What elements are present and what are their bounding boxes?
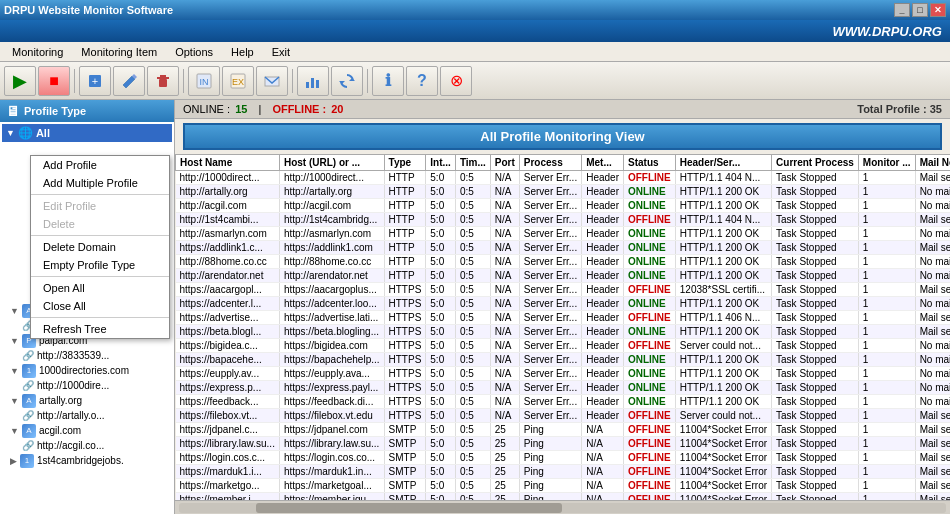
edit-button[interactable]: [113, 66, 145, 96]
table-cell: 5:0: [426, 367, 456, 381]
table-row[interactable]: https://login.cos.c...https://login.cos.…: [176, 451, 951, 465]
tree-node-artally-url[interactable]: 🔗 http://artally.o...: [2, 409, 172, 422]
info-button[interactable]: ℹ: [372, 66, 404, 96]
maximize-button[interactable]: □: [912, 3, 928, 17]
add-button[interactable]: +: [79, 66, 111, 96]
table-cell: HTTP: [384, 213, 426, 227]
table-cell: ONLINE: [623, 395, 675, 409]
table-row[interactable]: http://artally.orghttp://artally.orgHTTP…: [176, 185, 951, 199]
table-row[interactable]: https://library.law.su...https://library…: [176, 437, 951, 451]
ctx-delete: Delete: [31, 215, 169, 233]
tree-node-1st4cambridge[interactable]: ▶ 1 1st4cambridgejobs.: [2, 452, 172, 469]
table-row[interactable]: http://88home.co.cchttp://88home.co.ccHT…: [176, 255, 951, 269]
table-cell: 1: [858, 339, 915, 353]
tree-node-all[interactable]: ▼ 🌐 All: [2, 124, 172, 142]
table-row[interactable]: http://1000direct...http://1000direct...…: [176, 171, 951, 185]
table-row[interactable]: http://asmarlyn.comhttp://asmarlyn.comHT…: [176, 227, 951, 241]
chart-button[interactable]: [297, 66, 329, 96]
menu-options[interactable]: Options: [167, 44, 221, 60]
table-row[interactable]: https://feedback...https://feedback.di..…: [176, 395, 951, 409]
help-button[interactable]: ?: [406, 66, 438, 96]
tree-node-1000dir[interactable]: ▼ 1 1000directories.com: [2, 362, 172, 379]
ctx-delete-domain[interactable]: Delete Domain: [31, 238, 169, 256]
ctx-refresh-tree[interactable]: Refresh Tree: [31, 320, 169, 338]
col-current-process[interactable]: Current Process: [772, 155, 859, 171]
menu-help[interactable]: Help: [223, 44, 262, 60]
table-cell: Task Stopped: [772, 269, 859, 283]
table-row[interactable]: https://adcenter.l...https://adcenter.lo…: [176, 297, 951, 311]
ctx-add-profile[interactable]: Add Profile: [31, 156, 169, 174]
ctx-empty-profile-type[interactable]: Empty Profile Type: [31, 256, 169, 274]
export-button[interactable]: EX: [222, 66, 254, 96]
table-cell: 25: [490, 451, 519, 465]
table-row[interactable]: https://advertise...https://advertise.la…: [176, 311, 951, 325]
table-cell: Header: [582, 395, 624, 409]
table-cell: Mail sent successfully: [915, 325, 950, 339]
col-interval[interactable]: Int...: [426, 155, 456, 171]
table-cell: 5:0: [426, 269, 456, 283]
table-cell: SMTP: [384, 493, 426, 501]
menu-monitoring[interactable]: Monitoring: [4, 44, 71, 60]
refresh-button[interactable]: [331, 66, 363, 96]
table-row[interactable]: https://filebox.vt...https://filebox.vt.…: [176, 409, 951, 423]
table-cell: Server could not...: [675, 409, 771, 423]
table-row[interactable]: https://member.i...https://member.igu...…: [176, 493, 951, 501]
tree-node-artally[interactable]: ▼ A artally.org: [2, 392, 172, 409]
ctx-close-all[interactable]: Close All: [31, 297, 169, 315]
table-cell: 0:5: [455, 381, 490, 395]
table-row[interactable]: https://marduk1.i...https://marduk1.in..…: [176, 465, 951, 479]
table-row[interactable]: https://marketgo...https://marketgoal...…: [176, 479, 951, 493]
table-row[interactable]: https://bigidea.c...https://bigidea.comH…: [176, 339, 951, 353]
table-cell: Header: [582, 367, 624, 381]
play-button[interactable]: ▶: [4, 66, 36, 96]
menu-monitoring-item[interactable]: Monitoring Item: [73, 44, 165, 60]
close2-button[interactable]: ⊗: [440, 66, 472, 96]
close-button[interactable]: ✕: [930, 3, 946, 17]
col-mail[interactable]: Mail Notification: [915, 155, 950, 171]
table-row[interactable]: https://addlink1.c...https://addlink1.co…: [176, 241, 951, 255]
data-table-container[interactable]: Host Name Host (URL) or ... Type Int... …: [175, 154, 950, 500]
col-header[interactable]: Header/Ser...: [675, 155, 771, 171]
table-cell: N/A: [582, 451, 624, 465]
tree-node-1000dir-url[interactable]: 🔗 http://1000dire...: [2, 379, 172, 392]
col-status[interactable]: Status: [623, 155, 675, 171]
table-row[interactable]: https://aacargopl...https://aacargoplus.…: [176, 283, 951, 297]
col-host-name[interactable]: Host Name: [176, 155, 280, 171]
table-cell: http://acgil.com: [176, 199, 280, 213]
tree-node-acgil[interactable]: ▼ A acgil.com: [2, 422, 172, 439]
col-monitor[interactable]: Monitor ...: [858, 155, 915, 171]
table-cell: HTTP/1.1 200 OK: [675, 185, 771, 199]
col-port[interactable]: Port: [490, 155, 519, 171]
table-row[interactable]: https://express.p...https://express.payl…: [176, 381, 951, 395]
ctx-open-all[interactable]: Open All: [31, 279, 169, 297]
table-cell: https://bapachehelp...: [279, 353, 384, 367]
table-cell: 25: [490, 493, 519, 501]
minimize-button[interactable]: _: [894, 3, 910, 17]
table-row[interactable]: https://bapacehe...https://bapachehelp..…: [176, 353, 951, 367]
col-host-url[interactable]: Host (URL) or ...: [279, 155, 384, 171]
table-cell: N/A: [490, 311, 519, 325]
menu-exit[interactable]: Exit: [264, 44, 298, 60]
table-row[interactable]: https://beta.blogl...https://beta.blogli…: [176, 325, 951, 339]
delete-button[interactable]: [147, 66, 179, 96]
table-row[interactable]: http://arendator.nethttp://arendator.net…: [176, 269, 951, 283]
stop-button[interactable]: ■: [38, 66, 70, 96]
table-cell: https://express.payl...: [279, 381, 384, 395]
table-row[interactable]: http://acgil.comhttp://acgil.comHTTP5:00…: [176, 199, 951, 213]
table-row[interactable]: https://jdpanel.c...https://jdpanel.comS…: [176, 423, 951, 437]
sep1: [74, 69, 75, 93]
col-timeout[interactable]: Tim...: [455, 155, 490, 171]
col-process[interactable]: Process: [519, 155, 581, 171]
ctx-add-multiple-profile[interactable]: Add Multiple Profile: [31, 174, 169, 192]
table-cell: Server Err...: [519, 185, 581, 199]
table-row[interactable]: https://eupply.av...https://eupply.ava..…: [176, 367, 951, 381]
tree-node-paipai-url[interactable]: 🔗 http://3833539...: [2, 349, 172, 362]
horizontal-scrollbar[interactable]: [175, 500, 950, 514]
col-method[interactable]: Met...: [582, 155, 624, 171]
table-cell: Task Stopped: [772, 171, 859, 185]
mail-button[interactable]: [256, 66, 288, 96]
table-row[interactable]: http://1st4cambi...http://1st4cambridg..…: [176, 213, 951, 227]
tree-node-acgil-url[interactable]: 🔗 http://acgil.co...: [2, 439, 172, 452]
import-button[interactable]: IN: [188, 66, 220, 96]
col-type[interactable]: Type: [384, 155, 426, 171]
